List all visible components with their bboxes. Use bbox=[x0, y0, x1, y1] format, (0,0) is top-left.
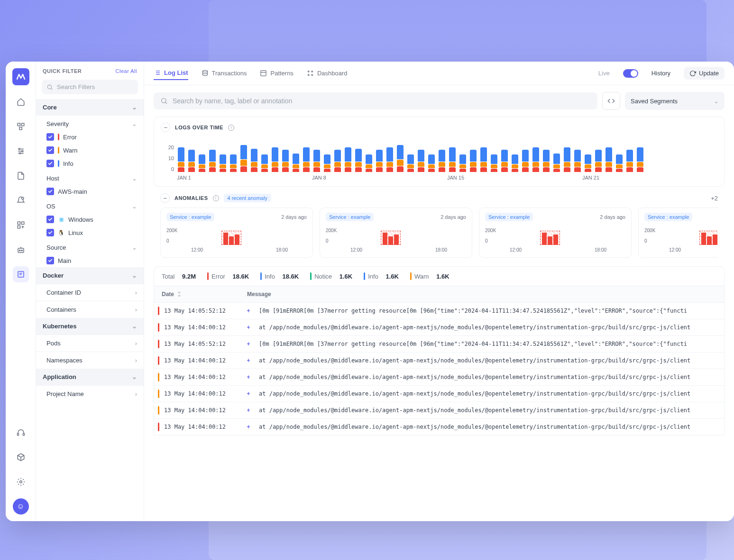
section-kubernetes[interactable]: Kubernetes⌄ bbox=[36, 318, 144, 334]
chart-bar[interactable] bbox=[271, 147, 279, 172]
subhead-os[interactable]: OS⌄ bbox=[36, 198, 144, 213]
expand-icon[interactable]: + bbox=[244, 357, 253, 364]
tab-transactions[interactable]: Transactions bbox=[202, 67, 247, 80]
chart-bar[interactable] bbox=[469, 149, 477, 172]
summary-item[interactable]: Warn 1.6K bbox=[410, 272, 450, 280]
table-row[interactable]: 13 May 14:04:00:12 + at /app/node_module… bbox=[154, 419, 724, 435]
checkbox-icon[interactable] bbox=[46, 160, 54, 167]
tab-log-list[interactable]: Log List bbox=[154, 66, 188, 80]
filter-item[interactable]: 🐧Linux bbox=[36, 226, 144, 239]
table-row[interactable]: 13 May 14:05:52:12 + [0m [91mERROR[0m [3… bbox=[154, 303, 724, 319]
summary-item[interactable]: Info 18.6K bbox=[260, 272, 299, 280]
filter-item[interactable]: Warn bbox=[36, 144, 144, 157]
sliders-icon[interactable] bbox=[13, 143, 29, 159]
filter-item[interactable]: Info bbox=[36, 157, 144, 170]
bot-icon[interactable] bbox=[13, 242, 29, 258]
subhead-source[interactable]: Source⌄ bbox=[36, 239, 144, 254]
anomaly-more[interactable]: +2 bbox=[711, 195, 718, 202]
subhead-severity[interactable]: Severity⌄ bbox=[36, 116, 144, 130]
summary-item[interactable]: Notice 1.6K bbox=[310, 272, 352, 280]
chart-bar[interactable] bbox=[250, 148, 258, 172]
tab-patterns[interactable]: Patterns bbox=[260, 67, 293, 80]
expand-icon[interactable]: + bbox=[244, 341, 253, 347]
info-icon[interactable]: i bbox=[213, 195, 219, 201]
chart-bar[interactable] bbox=[636, 147, 644, 172]
chart-bar[interactable] bbox=[459, 154, 467, 172]
chart-bar[interactable] bbox=[208, 149, 217, 172]
sidebar-link[interactable]: Project Name› bbox=[36, 385, 144, 402]
filter-search[interactable]: Search Filters bbox=[42, 80, 138, 94]
chart-bar[interactable] bbox=[354, 148, 363, 172]
col-date[interactable]: Date bbox=[162, 291, 174, 298]
sort-icon[interactable] bbox=[177, 291, 182, 297]
apps-icon[interactable] bbox=[13, 217, 29, 233]
chart-bar[interactable] bbox=[500, 149, 509, 172]
chart-bar[interactable] bbox=[605, 147, 613, 172]
live-history-toggle[interactable] bbox=[623, 69, 638, 78]
expand-icon[interactable]: + bbox=[244, 424, 253, 430]
saved-segments-select[interactable]: Saved Segments⌄ bbox=[625, 92, 725, 110]
section-core[interactable]: Core⌄ bbox=[36, 99, 144, 116]
update-button[interactable]: Update bbox=[684, 67, 725, 80]
table-row[interactable]: 13 May 14:05:52:12 + [0m [91mERROR[0m [3… bbox=[154, 336, 724, 352]
chart-bar[interactable] bbox=[312, 149, 321, 172]
col-message[interactable]: Message bbox=[247, 291, 716, 298]
expand-icon[interactable]: + bbox=[244, 407, 253, 414]
home-icon[interactable] bbox=[13, 94, 29, 110]
chart-bar[interactable] bbox=[448, 147, 457, 172]
sidebar-link[interactable]: Pods› bbox=[36, 334, 144, 352]
summary-item[interactable]: Error 18.6K bbox=[207, 272, 249, 280]
tab-dashboard[interactable]: Dashboard bbox=[307, 67, 348, 80]
chart-bar[interactable] bbox=[260, 154, 269, 172]
chart-bar[interactable] bbox=[563, 147, 571, 172]
chart-bar[interactable] bbox=[406, 154, 415, 172]
collapse-button[interactable]: − bbox=[161, 123, 170, 132]
summary-item[interactable]: Info 1.6K bbox=[364, 272, 399, 280]
table-row[interactable]: 13 May 14:04:00:12 + at /app/node_module… bbox=[154, 386, 724, 402]
logs-icon[interactable] bbox=[13, 266, 29, 282]
chart-bar[interactable] bbox=[375, 149, 384, 172]
code-button[interactable] bbox=[602, 92, 620, 110]
gear-icon[interactable] bbox=[13, 474, 29, 490]
chart-bar[interactable] bbox=[573, 149, 582, 172]
bell-icon[interactable] bbox=[13, 192, 29, 208]
clear-all-link[interactable]: Clear All bbox=[116, 68, 137, 74]
cubes-icon[interactable] bbox=[13, 118, 29, 135]
checkbox-icon[interactable] bbox=[46, 188, 54, 195]
subhead-host[interactable]: Host⌄ bbox=[36, 170, 144, 185]
table-row[interactable]: 13 May 14:04:00:12 + at /app/node_module… bbox=[154, 352, 724, 369]
checkbox-icon[interactable] bbox=[46, 146, 54, 154]
checkbox-icon[interactable] bbox=[46, 229, 54, 236]
chart-bar[interactable] bbox=[365, 154, 373, 172]
chart-bar[interactable] bbox=[239, 145, 248, 172]
checkbox-icon[interactable] bbox=[46, 216, 54, 223]
chart-bar[interactable] bbox=[584, 154, 592, 172]
chart-bar[interactable] bbox=[333, 149, 342, 172]
anomaly-card[interactable]: Service : example2 days ago 200K0 12:001… bbox=[160, 208, 313, 258]
chart-bar[interactable] bbox=[344, 147, 352, 172]
chart-bar[interactable] bbox=[292, 153, 300, 172]
expand-icon[interactable]: + bbox=[244, 324, 253, 331]
chart-bar[interactable] bbox=[187, 149, 196, 172]
anomaly-card[interactable]: Service : example2 days ago 200K0 12:001… bbox=[479, 208, 632, 258]
box-icon[interactable] bbox=[13, 449, 29, 465]
filter-item[interactable]: Main bbox=[36, 254, 144, 267]
chart-bar[interactable] bbox=[417, 149, 425, 172]
anomaly-card[interactable]: Service : example2 days ago 200K0 12:001… bbox=[320, 208, 472, 258]
headset-icon[interactable] bbox=[13, 425, 29, 441]
info-icon[interactable]: i bbox=[228, 125, 234, 131]
main-search[interactable]: Search by name, tag, label or annotation bbox=[154, 92, 597, 109]
table-row[interactable]: 13 May 14:04:00:12 + at /app/node_module… bbox=[154, 319, 724, 336]
chart-bar[interactable] bbox=[532, 147, 540, 172]
chart-bar[interactable] bbox=[594, 149, 603, 172]
chart-bar[interactable] bbox=[615, 154, 624, 172]
chart-bar[interactable] bbox=[511, 154, 519, 172]
avatar[interactable]: ☺ bbox=[13, 498, 29, 515]
chart-bar[interactable] bbox=[552, 153, 561, 172]
filter-item[interactable]: AWS-main bbox=[36, 185, 144, 198]
chart-bar[interactable] bbox=[323, 154, 331, 172]
filter-item[interactable]: ⊞Windows bbox=[36, 213, 144, 226]
checkbox-icon[interactable] bbox=[46, 133, 54, 141]
table-row[interactable]: 13 May 14:04:00:12 + at /app/node_module… bbox=[154, 402, 724, 419]
expand-icon[interactable]: + bbox=[244, 307, 253, 314]
